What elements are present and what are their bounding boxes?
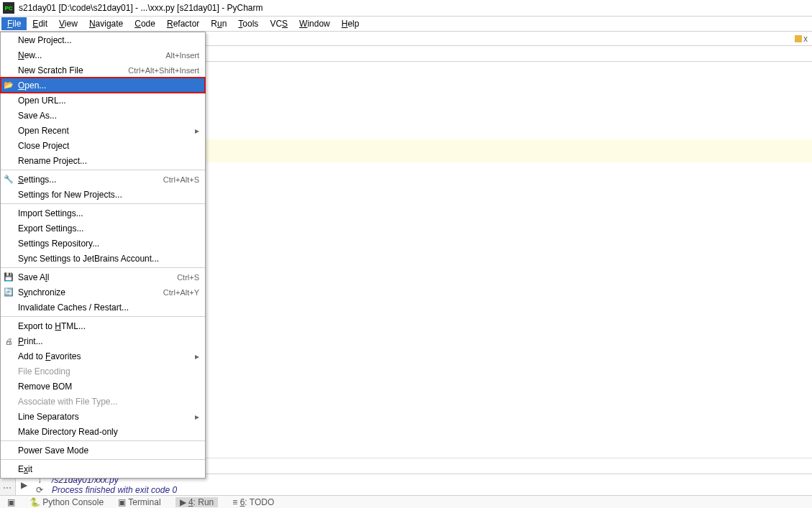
menu-item-label: Open... bbox=[18, 80, 199, 91]
menu-item-label: New Project... bbox=[18, 35, 199, 45]
menu-item-file-encoding: File Encoding bbox=[1, 364, 205, 379]
tool-window-button[interactable]: 🐍 Python Console bbox=[29, 497, 104, 507]
menu-item-line-separators[interactable]: Line Separators▸ bbox=[1, 409, 205, 424]
menu-item-open[interactable]: 📂Open... bbox=[1, 78, 205, 93]
menu-item-label: New... bbox=[18, 50, 165, 60]
menu-item-shortcut: Alt+Insert bbox=[165, 51, 199, 60]
menu-item-invalidate-caches-restart[interactable]: Invalidate Caches / Restart... bbox=[1, 300, 205, 315]
sync-icon: 🔄 bbox=[4, 287, 14, 297]
status-bar: ▣ 🐍 Python Console ▣ Terminal ▶ 4: Run ≡… bbox=[0, 495, 812, 508]
file-menu-dropdown: New Project...New...Alt+InsertNew Scratc… bbox=[0, 32, 206, 479]
menu-item-shortcut: Ctrl+S bbox=[177, 273, 199, 282]
menu-help[interactable]: Help bbox=[336, 17, 365, 30]
menu-item-label: Open URL... bbox=[18, 96, 199, 106]
menu-view[interactable]: View bbox=[53, 17, 83, 30]
save-icon: 💾 bbox=[4, 272, 14, 282]
menu-item-label: Save All bbox=[18, 272, 177, 282]
submenu-arrow-icon: ▸ bbox=[195, 126, 199, 136]
run-icon[interactable]: ▶ bbox=[21, 480, 27, 490]
title-bar: PC s21day01 [D:\code\s21day01] - ...\xxx… bbox=[0, 0, 812, 16]
menu-item-synchronize[interactable]: 🔄SynchronizeCtrl+Alt+Y bbox=[1, 285, 205, 300]
menu-item-label: Sync Settings to JetBrains Account... bbox=[18, 254, 199, 264]
tool-window-button[interactable]: ▣ bbox=[7, 497, 15, 507]
menu-window[interactable]: Window bbox=[293, 17, 336, 30]
window-title: s21day01 [D:\code\s21day01] - ...\xxx.py… bbox=[19, 3, 263, 13]
print-icon: 🖨 bbox=[4, 336, 14, 346]
menu-item-label: Import Settings... bbox=[18, 208, 199, 218]
menu-item-settings[interactable]: 🔧Settings...Ctrl+Alt+S bbox=[1, 172, 205, 187]
menu-item-save-as[interactable]: Save As... bbox=[1, 108, 205, 123]
menu-item-shortcut: Ctrl+Alt+Y bbox=[163, 288, 199, 297]
menu-file[interactable]: File bbox=[1, 17, 27, 30]
gutter-icon[interactable]: ⋯ bbox=[0, 481, 14, 495]
menu-item-power-save-mode[interactable]: Power Save Mode bbox=[1, 443, 205, 458]
menu-tools[interactable]: Tools bbox=[232, 17, 264, 30]
submenu-arrow-icon: ▸ bbox=[195, 351, 199, 361]
tool-window-button[interactable]: ≡ 6: TODO bbox=[232, 497, 274, 507]
menu-item-rename-project[interactable]: Rename Project... bbox=[1, 153, 205, 168]
menu-item-label: Settings... bbox=[18, 175, 163, 185]
menu-item-label: Associate with File Type... bbox=[18, 397, 199, 407]
menu-item-label: New Scratch File bbox=[18, 65, 128, 75]
menu-vcs[interactable]: VCS bbox=[264, 17, 293, 30]
menu-item-label: Save As... bbox=[18, 111, 199, 121]
menu-item-label: Exit bbox=[18, 464, 199, 474]
menu-item-export-settings[interactable]: Export Settings... bbox=[1, 221, 205, 236]
menu-item-new-project[interactable]: New Project... bbox=[1, 32, 205, 47]
menu-item-save-all[interactable]: 💾Save AllCtrl+S bbox=[1, 269, 205, 285]
menu-item-label: Print... bbox=[18, 336, 199, 346]
menu-item-settings-repository[interactable]: Settings Repository... bbox=[1, 236, 205, 251]
menu-item-import-settings[interactable]: Import Settings... bbox=[1, 205, 205, 221]
menu-run[interactable]: Run bbox=[205, 17, 232, 30]
menu-item-make-directory-read-only[interactable]: Make Directory Read-only bbox=[1, 424, 205, 439]
tool-window-button[interactable]: ▣ Terminal bbox=[118, 497, 160, 507]
tool-window-button[interactable]: ▶ 4: Run bbox=[175, 497, 219, 507]
menu-item-label: Export Settings... bbox=[18, 223, 199, 234]
menu-item-label: File Encoding bbox=[18, 366, 199, 377]
menu-item-shortcut: Ctrl+Alt+S bbox=[163, 175, 199, 184]
open-icon: 📂 bbox=[4, 80, 14, 91]
menu-item-print[interactable]: 🖨Print... bbox=[1, 333, 205, 348]
menu-item-label: Make Directory Read-only bbox=[18, 427, 199, 437]
menu-item-label: Synchronize bbox=[18, 287, 163, 297]
menu-item-remove-bom[interactable]: Remove BOM bbox=[1, 379, 205, 394]
menu-item-label: Settings for New Projects... bbox=[18, 190, 199, 200]
menu-item-label: Settings Repository... bbox=[18, 239, 199, 249]
menu-item-label: Remove BOM bbox=[18, 382, 199, 392]
menu-item-label: Line Separators bbox=[18, 412, 199, 422]
menu-item-label: Power Save Mode bbox=[18, 445, 199, 456]
menu-item-close-project[interactable]: Close Project bbox=[1, 138, 205, 153]
menu-item-new-scratch-file[interactable]: New Scratch FileCtrl+Alt+Shift+Insert bbox=[1, 63, 205, 78]
menu-edit[interactable]: Edit bbox=[27, 17, 53, 30]
menu-item-label: Add to Favorites bbox=[18, 351, 199, 361]
menu-item-label: Invalidate Caches / Restart... bbox=[18, 303, 199, 313]
rerun-icon[interactable]: ⟳ bbox=[36, 485, 43, 495]
menu-item-shortcut: Ctrl+Alt+Shift+Insert bbox=[128, 66, 199, 75]
menu-navigate[interactable]: Navigate bbox=[83, 17, 129, 30]
menu-refactor[interactable]: Refactor bbox=[161, 17, 205, 30]
submenu-arrow-icon: ▸ bbox=[195, 412, 199, 422]
menu-item-new[interactable]: New...Alt+Insert bbox=[1, 47, 205, 63]
menu-item-exit[interactable]: Exit bbox=[1, 461, 205, 476]
menu-item-open-url[interactable]: Open URL... bbox=[1, 93, 205, 108]
menu-code[interactable]: Code bbox=[129, 17, 161, 30]
menu-item-label: Close Project bbox=[18, 141, 199, 151]
menu-item-label: Rename Project... bbox=[18, 156, 199, 166]
menu-item-export-to-html[interactable]: Export to HTML... bbox=[1, 318, 205, 333]
menu-item-settings-for-new-projects[interactable]: Settings for New Projects... bbox=[1, 187, 205, 202]
menu-item-open-recent[interactable]: Open Recent▸ bbox=[1, 123, 205, 138]
menu-item-label: Export to HTML... bbox=[18, 321, 199, 331]
run-output-line: Process finished with exit code 0 bbox=[47, 485, 812, 495]
toolbar-button[interactable]: x bbox=[795, 34, 808, 44]
menu-item-associate-with-file-type: Associate with File Type... bbox=[1, 394, 205, 409]
menu-item-sync-settings-to-jetbrains-account[interactable]: Sync Settings to JetBrains Account... bbox=[1, 251, 205, 266]
menu-item-label: Open Recent bbox=[18, 126, 199, 136]
menu-bar: File Edit View Navigate Code Refactor Ru… bbox=[0, 16, 812, 32]
wrench-icon: 🔧 bbox=[4, 175, 14, 185]
menu-item-add-to-favorites[interactable]: Add to Favorites▸ bbox=[1, 348, 205, 364]
app-logo-icon: PC bbox=[3, 2, 14, 14]
